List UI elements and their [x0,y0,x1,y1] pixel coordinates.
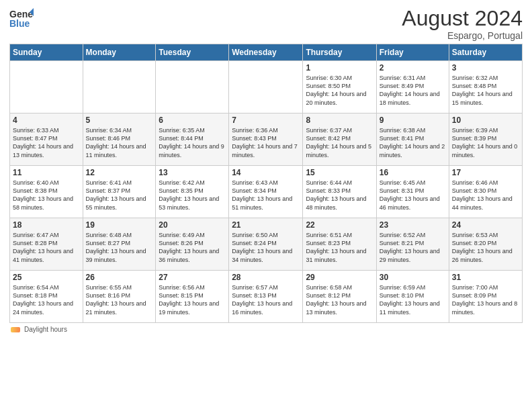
footer: Daylight hours [9,326,523,333]
cell-info: Sunrise: 6:55 AMSunset: 8:16 PMDaylight:… [86,283,153,316]
cell-info: Sunrise: 6:32 AMSunset: 8:48 PMDaylight:… [452,74,519,107]
calendar-cell: 9 Sunrise: 6:38 AMSunset: 8:41 PMDayligh… [376,113,449,166]
cell-info: Sunrise: 6:36 AMSunset: 8:43 PMDaylight:… [232,126,300,159]
calendar-table: Sunday Monday Tuesday Wednesday Thursday… [9,44,523,323]
calendar-cell: 20 Sunrise: 6:49 AMSunset: 8:26 PMDaylig… [156,218,229,271]
svg-text:Blue: Blue [9,18,30,29]
calendar-cell: 17 Sunrise: 6:46 AMSunset: 8:30 PMDaylig… [449,166,522,218]
cell-info: Sunrise: 6:42 AMSunset: 8:35 PMDaylight:… [159,179,226,212]
calendar-week-0: 1 Sunrise: 6:30 AMSunset: 8:50 PMDayligh… [10,61,523,113]
cell-info: Sunrise: 6:33 AMSunset: 8:47 PMDaylight:… [13,126,80,159]
cell-info: Sunrise: 6:54 AMSunset: 8:18 PMDaylight:… [13,283,80,316]
calendar-cell: 23 Sunrise: 6:52 AMSunset: 8:21 PMDaylig… [376,218,449,271]
cell-info: Sunrise: 6:59 AMSunset: 8:10 PMDaylight:… [380,283,446,316]
calendar-cell: 7 Sunrise: 6:36 AMSunset: 8:43 PMDayligh… [229,113,303,166]
day-number: 18 [13,220,80,230]
cell-info: Sunrise: 6:46 AMSunset: 8:30 PMDaylight:… [452,179,519,212]
cell-info: Sunrise: 6:51 AMSunset: 8:23 PMDaylight:… [306,231,373,264]
calendar-cell: 18 Sunrise: 6:47 AMSunset: 8:28 PMDaylig… [10,218,83,271]
day-number: 9 [380,116,446,125]
day-number: 26 [86,273,153,282]
calendar-cell: 5 Sunrise: 6:34 AMSunset: 8:46 PMDayligh… [83,113,156,166]
calendar-cell: 25 Sunrise: 6:54 AMSunset: 8:18 PMDaylig… [10,271,83,323]
calendar-cell: 16 Sunrise: 6:45 AMSunset: 8:31 PMDaylig… [376,166,449,218]
calendar-cell: 14 Sunrise: 6:43 AMSunset: 8:34 PMDaylig… [229,166,303,218]
day-number: 14 [232,168,300,177]
calendar-week-3: 18 Sunrise: 6:47 AMSunset: 8:28 PMDaylig… [10,218,523,271]
col-tuesday: Tuesday [156,44,229,61]
calendar-cell: 31 Sunrise: 7:00 AMSunset: 8:09 PMDaylig… [449,271,522,323]
calendar-cell: 19 Sunrise: 6:48 AMSunset: 8:27 PMDaylig… [83,218,156,271]
calendar-week-2: 11 Sunrise: 6:40 AMSunset: 8:38 PMDaylig… [10,166,523,218]
day-number: 27 [159,273,226,282]
day-number: 15 [306,168,373,177]
day-number: 13 [159,168,226,177]
calendar-cell [83,61,156,113]
day-number: 5 [86,116,153,125]
day-number: 24 [452,220,519,230]
calendar-cell: 4 Sunrise: 6:33 AMSunset: 8:47 PMDayligh… [10,113,83,166]
calendar-cell [10,61,83,113]
cell-info: Sunrise: 7:00 AMSunset: 8:09 PMDaylight:… [452,283,519,316]
main-title: August 2024 [402,7,523,30]
cell-info: Sunrise: 6:35 AMSunset: 8:44 PMDaylight:… [159,126,226,159]
day-number: 1 [306,63,373,73]
day-number: 20 [159,220,226,230]
cell-info: Sunrise: 6:30 AMSunset: 8:50 PMDaylight:… [306,74,373,107]
header: General Blue August 2024 Espargo, Portug… [9,7,523,41]
day-number: 21 [232,220,300,230]
day-number: 10 [452,116,519,125]
cell-info: Sunrise: 6:37 AMSunset: 8:42 PMDaylight:… [306,126,373,159]
calendar-cell: 30 Sunrise: 6:59 AMSunset: 8:10 PMDaylig… [376,271,449,323]
logo-icon: General Blue [9,7,34,31]
logo: General Blue [9,7,34,31]
day-number: 11 [13,168,80,177]
day-number: 25 [13,273,80,282]
day-number: 19 [86,220,153,230]
calendar-cell: 12 Sunrise: 6:41 AMSunset: 8:37 PMDaylig… [83,166,156,218]
cell-info: Sunrise: 6:31 AMSunset: 8:49 PMDaylight:… [380,74,446,107]
calendar-body: 1 Sunrise: 6:30 AMSunset: 8:50 PMDayligh… [10,61,523,323]
calendar-week-1: 4 Sunrise: 6:33 AMSunset: 8:47 PMDayligh… [10,113,523,166]
calendar-cell: 8 Sunrise: 6:37 AMSunset: 8:42 PMDayligh… [303,113,376,166]
calendar-cell: 2 Sunrise: 6:31 AMSunset: 8:49 PMDayligh… [376,61,449,113]
cell-info: Sunrise: 6:41 AMSunset: 8:37 PMDaylight:… [86,179,153,212]
cell-info: Sunrise: 6:43 AMSunset: 8:34 PMDaylight:… [232,179,300,212]
cell-info: Sunrise: 6:34 AMSunset: 8:46 PMDaylight:… [86,126,153,159]
col-thursday: Thursday [303,44,376,61]
day-number: 16 [380,168,446,177]
day-number: 29 [306,273,373,282]
day-number: 3 [452,63,519,73]
page-container: General Blue August 2024 Espargo, Portug… [0,0,532,337]
calendar-cell: 6 Sunrise: 6:35 AMSunset: 8:44 PMDayligh… [156,113,229,166]
calendar-cell: 1 Sunrise: 6:30 AMSunset: 8:50 PMDayligh… [303,61,376,113]
day-number: 8 [306,116,373,125]
cell-info: Sunrise: 6:44 AMSunset: 8:33 PMDaylight:… [306,179,373,212]
daylight-icon [11,327,20,332]
cell-info: Sunrise: 6:57 AMSunset: 8:13 PMDaylight:… [232,283,300,316]
calendar-cell [229,61,303,113]
day-number: 2 [380,63,446,73]
calendar-cell: 24 Sunrise: 6:53 AMSunset: 8:20 PMDaylig… [449,218,522,271]
cell-info: Sunrise: 6:40 AMSunset: 8:38 PMDaylight:… [13,179,80,212]
cell-info: Sunrise: 6:50 AMSunset: 8:24 PMDaylight:… [232,231,300,264]
col-wednesday: Wednesday [229,44,303,61]
col-saturday: Saturday [449,44,522,61]
cell-info: Sunrise: 6:58 AMSunset: 8:12 PMDaylight:… [306,283,373,316]
cell-info: Sunrise: 6:56 AMSunset: 8:15 PMDaylight:… [159,283,226,316]
calendar-cell: 15 Sunrise: 6:44 AMSunset: 8:33 PMDaylig… [303,166,376,218]
calendar-cell: 13 Sunrise: 6:42 AMSunset: 8:35 PMDaylig… [156,166,229,218]
calendar-cell: 3 Sunrise: 6:32 AMSunset: 8:48 PMDayligh… [449,61,522,113]
calendar-cell: 22 Sunrise: 6:51 AMSunset: 8:23 PMDaylig… [303,218,376,271]
cell-info: Sunrise: 6:49 AMSunset: 8:26 PMDaylight:… [159,231,226,264]
footer-label: Daylight hours [24,326,67,333]
calendar-cell: 11 Sunrise: 6:40 AMSunset: 8:38 PMDaylig… [10,166,83,218]
header-row: Sunday Monday Tuesday Wednesday Thursday… [10,44,523,61]
day-number: 30 [380,273,446,282]
calendar-cell: 21 Sunrise: 6:50 AMSunset: 8:24 PMDaylig… [229,218,303,271]
cell-info: Sunrise: 6:52 AMSunset: 8:21 PMDaylight:… [380,231,446,264]
calendar-cell: 28 Sunrise: 6:57 AMSunset: 8:13 PMDaylig… [229,271,303,323]
day-number: 12 [86,168,153,177]
cell-info: Sunrise: 6:53 AMSunset: 8:20 PMDaylight:… [452,231,519,264]
col-sunday: Sunday [10,44,83,61]
